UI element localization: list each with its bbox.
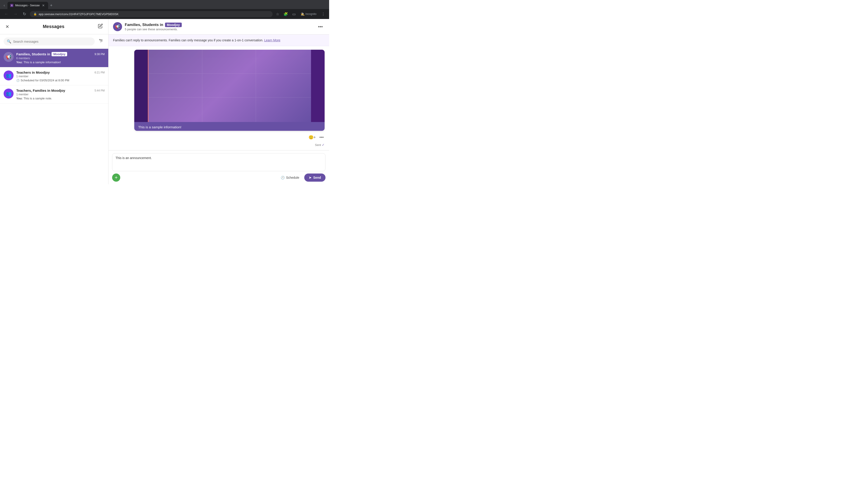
- conversation-item-families-moodjoy[interactable]: 📢 Families, Students in Moodjoy 9:38 PM …: [0, 49, 108, 67]
- active-tab[interactable]: S Messages - Seesaw ✕: [7, 2, 48, 9]
- send-arrow-icon: ➤: [309, 176, 311, 180]
- image-left-stripe: [134, 50, 148, 122]
- message-image: [134, 50, 324, 122]
- search-input-wrapper: 🔍: [4, 37, 95, 45]
- chat-more-options-button[interactable]: •••: [316, 23, 324, 30]
- conv-time-teachers: 6:21 PM: [94, 71, 105, 74]
- schedule-label: Schedule: [286, 176, 299, 180]
- message-card-1: This is a sample information!: [134, 50, 324, 131]
- search-bar: 🔍: [0, 34, 108, 49]
- bookmark-button[interactable]: ☆: [274, 11, 281, 17]
- more-options-icon: •••: [318, 24, 323, 29]
- conv-members-families: 6 members: [16, 57, 105, 60]
- message-more-icon: •••: [319, 135, 324, 140]
- conversation-item-teachers-moodjoy[interactable]: 👥 Teachers in Moodjoy 6:21 PM 1 member 🕐…: [0, 67, 108, 86]
- conv-preview-tf: You: This is a sample note.: [16, 97, 105, 100]
- conv-avatar-teachers-families: 👥: [4, 89, 13, 98]
- filter-icon: [98, 38, 103, 43]
- image-right-strip: [311, 50, 324, 122]
- compose-icon: [98, 24, 103, 29]
- conv-time-families: 9:38 PM: [94, 53, 105, 56]
- search-input[interactable]: [13, 40, 92, 43]
- tab-favicon: S: [10, 4, 13, 7]
- forward-button[interactable]: →: [12, 10, 19, 18]
- browser-chrome: ‹ S Messages - Seesaw ✕ + ← → ↻ 🔒 app.se…: [0, 0, 329, 19]
- conv-members-tf: 1 member: [16, 93, 105, 96]
- conv-avatar-families: 📢: [4, 52, 13, 62]
- chrome-menu-button[interactable]: ⋮: [320, 11, 327, 17]
- conv-name-row-teachers: Teachers in Moodjoy 6:21 PM: [16, 70, 105, 74]
- extensions-button[interactable]: 🧩: [283, 11, 289, 17]
- conv-preview-families: You: This is a sample information!: [16, 61, 105, 64]
- conversation-item-teachers-families-moodjoy[interactable]: 👥 Teachers, Families in Moodjoy 5:44 PM …: [0, 86, 108, 103]
- add-attachment-button[interactable]: +: [112, 173, 120, 182]
- conv-name-tf: Teachers, Families in Moodjoy: [16, 89, 65, 92]
- conv-badge-moodjoy-1: Moodjoy: [52, 52, 67, 56]
- tab-title: Messages - Seesaw: [15, 4, 39, 7]
- chat-header-info: Families, Students in Moodjoy 5 people c…: [125, 23, 313, 31]
- conv-name-teachers: Teachers in Moodjoy: [16, 70, 50, 74]
- tab-bar: ‹ S Messages - Seesaw ✕ +: [0, 0, 329, 9]
- conv-name-families: Families, Students in Moodjoy: [16, 52, 67, 56]
- address-bar: ← → ↻ 🔒 app.seesaw.me/c/conv.01HR4TZFGJF…: [0, 9, 329, 19]
- compose-button[interactable]: [97, 23, 104, 31]
- conv-name-row-families: Families, Students in Moodjoy 9:38 PM: [16, 52, 105, 56]
- plus-icon: +: [115, 175, 118, 181]
- close-sidebar-button[interactable]: ✕: [4, 23, 10, 30]
- app-container: ✕ Messages 🔍: [0, 19, 329, 184]
- conv-avatar-teachers: 👥: [4, 70, 13, 80]
- grid-overlay: [149, 50, 311, 122]
- learn-more-link[interactable]: Learn More: [264, 38, 281, 42]
- conv-members-teachers: 1 member: [16, 75, 105, 78]
- lock-icon: 🔒: [33, 12, 37, 15]
- composer-input-area[interactable]: This is an announcement.: [112, 153, 326, 171]
- message-more-button[interactable]: •••: [318, 134, 324, 141]
- tab-nav-prev[interactable]: ‹: [2, 2, 6, 8]
- svg-point-4: [101, 40, 102, 41]
- incognito-icon: 🕵: [301, 12, 305, 16]
- composer-toolbar: + 🕐 Schedule ➤ Send: [112, 173, 326, 182]
- back-button[interactable]: ←: [3, 10, 10, 18]
- composer-actions: 🕐 Schedule ➤ Send: [278, 173, 326, 182]
- message-actions: 🙂+ •••: [308, 133, 324, 141]
- sidebar-header: ✕ Messages: [0, 19, 108, 34]
- chat-megaphone-icon: 📢: [115, 24, 120, 29]
- address-actions: ☆ 🧩 ▭ 🕵 Incognito ⋮: [274, 11, 327, 17]
- notice-text: Families can't reply to announcements. F…: [113, 38, 264, 42]
- search-icon: 🔍: [7, 39, 11, 43]
- message-caption: This is a sample information!: [134, 122, 324, 131]
- chat-header-badge: Moodjoy: [165, 23, 182, 27]
- chat-header: 📢 Families, Students in Moodjoy 5 people…: [108, 19, 329, 35]
- conv-content-teachers: Teachers in Moodjoy 6:21 PM 1 member 🕐 S…: [16, 70, 105, 82]
- refresh-button[interactable]: ↻: [21, 10, 28, 18]
- send-label: Send: [313, 176, 321, 180]
- clock-icon: 🕐: [16, 79, 20, 82]
- filter-button[interactable]: [97, 37, 105, 46]
- chat-header-subtitle: 5 people can see these announcements.: [125, 28, 313, 31]
- megaphone-icon: 📢: [6, 54, 11, 60]
- schedule-button[interactable]: 🕐 Schedule: [278, 174, 302, 181]
- tab-strip-button[interactable]: ▭: [291, 11, 297, 17]
- group-icon-1: 👥: [6, 73, 11, 78]
- sent-status: Sent ✓: [315, 143, 324, 147]
- new-tab-button[interactable]: +: [48, 2, 54, 9]
- clock-icon-composer: 🕐: [281, 176, 285, 180]
- emoji-reaction-button[interactable]: 🙂+: [308, 134, 317, 141]
- composer: This is an announcement. + 🕐 Schedule ➤ …: [108, 150, 329, 184]
- tab-close-button[interactable]: ✕: [41, 3, 45, 7]
- notice-bar: Families can't reply to announcements. F…: [108, 35, 329, 46]
- conv-content-teachers-families: Teachers, Families in Moodjoy 5:44 PM 1 …: [16, 89, 105, 100]
- url-bar[interactable]: 🔒 app.seesaw.me/c/conv.01HR4TZFGJFGPC7ME…: [30, 11, 273, 17]
- conv-name-row-tf: Teachers, Families in Moodjoy 5:44 PM: [16, 89, 105, 92]
- incognito-label: Incognito: [305, 12, 316, 15]
- incognito-badge: 🕵 Incognito: [299, 11, 318, 17]
- chat-header-avatar: 📢: [113, 22, 122, 31]
- main-area: 📢 Families, Students in Moodjoy 5 people…: [108, 19, 329, 184]
- send-button[interactable]: ➤ Send: [304, 173, 326, 182]
- emoji-icon: 🙂+: [309, 135, 316, 140]
- sidebar: ✕ Messages 🔍: [0, 19, 108, 184]
- conv-time-tf: 5:44 PM: [94, 89, 105, 92]
- sent-text: Sent: [315, 143, 321, 147]
- group-icon-2: 👥: [6, 91, 11, 96]
- checkmark-icon: ✓: [322, 143, 324, 147]
